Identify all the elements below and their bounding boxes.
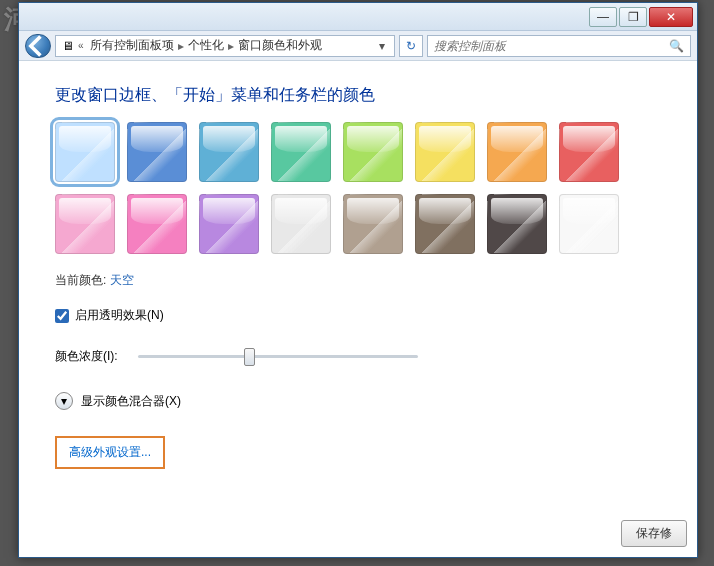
content-area: 更改窗口边框、「开始」菜单和任务栏的颜色 当前颜色: 天空 启用透明效果(N) … [19, 61, 697, 557]
advanced-link-highlight: 高级外观设置... [55, 436, 165, 469]
chevron-right-icon: ▸ [178, 39, 184, 53]
color-swatch[interactable] [343, 194, 403, 254]
intensity-label: 颜色浓度(I): [55, 348, 118, 365]
window-titlebar: — ❐ ✕ [19, 3, 697, 31]
refresh-button[interactable]: ↻ [399, 35, 423, 57]
breadcrumb-item-color[interactable]: 窗口颜色和外观 [238, 37, 322, 54]
color-swatch[interactable] [55, 122, 115, 182]
page-title: 更改窗口边框、「开始」菜单和任务栏的颜色 [55, 85, 661, 106]
search-input[interactable] [434, 39, 665, 53]
color-swatch-grid [55, 122, 675, 254]
breadcrumb-item-personalization[interactable]: 个性化 [188, 37, 224, 54]
breadcrumb-item-all[interactable]: 所有控制面板项 [90, 37, 174, 54]
mixer-label: 显示颜色混合器(X) [81, 393, 181, 410]
transparency-label: 启用透明效果(N) [75, 307, 164, 324]
color-swatch[interactable] [199, 122, 259, 182]
current-color-label: 当前颜色: [55, 273, 106, 287]
folder-icon: 🖥 [62, 39, 74, 53]
color-swatch[interactable] [55, 194, 115, 254]
footer-buttons: 保存修 [621, 520, 687, 547]
refresh-icon: ↻ [406, 39, 416, 53]
color-swatch[interactable] [487, 122, 547, 182]
transparency-row[interactable]: 启用透明效果(N) [55, 307, 661, 324]
slider-track [138, 355, 418, 358]
close-button[interactable]: ✕ [649, 7, 693, 27]
maximize-button[interactable]: ❐ [619, 7, 647, 27]
minimize-button[interactable]: — [589, 7, 617, 27]
advanced-appearance-link[interactable]: 高级外观设置... [69, 445, 151, 459]
search-field[interactable]: 🔍 [427, 35, 691, 57]
expand-button[interactable]: ▾ [55, 392, 73, 410]
search-icon[interactable]: 🔍 [669, 39, 684, 53]
color-swatch[interactable] [559, 194, 619, 254]
color-swatch[interactable] [487, 194, 547, 254]
current-color-row: 当前颜色: 天空 [55, 272, 661, 289]
intensity-row: 颜色浓度(I): [55, 346, 661, 366]
current-color-value: 天空 [110, 273, 134, 287]
color-swatch[interactable] [127, 194, 187, 254]
breadcrumb-prefix: « [78, 40, 84, 51]
control-panel-window: — ❐ ✕ 🖥 « 所有控制面板项 ▸ 个性化 ▸ 窗口颜色和外观 ▾ ↻ 🔍 … [18, 2, 698, 558]
dropdown-icon[interactable]: ▾ [376, 39, 388, 53]
transparency-checkbox[interactable] [55, 309, 69, 323]
slider-thumb[interactable] [244, 348, 255, 366]
color-swatch[interactable] [559, 122, 619, 182]
save-button[interactable]: 保存修 [621, 520, 687, 547]
color-swatch[interactable] [271, 194, 331, 254]
color-swatch[interactable] [343, 122, 403, 182]
breadcrumb-field[interactable]: 🖥 « 所有控制面板项 ▸ 个性化 ▸ 窗口颜色和外观 ▾ [55, 35, 395, 57]
color-swatch[interactable] [127, 122, 187, 182]
color-swatch[interactable] [271, 122, 331, 182]
mixer-row[interactable]: ▾ 显示颜色混合器(X) [55, 392, 661, 410]
chevron-right-icon: ▸ [228, 39, 234, 53]
chevron-down-icon: ▾ [61, 394, 67, 408]
nav-back-button[interactable] [25, 34, 51, 58]
color-swatch[interactable] [415, 194, 475, 254]
address-bar: 🖥 « 所有控制面板项 ▸ 个性化 ▸ 窗口颜色和外观 ▾ ↻ 🔍 [19, 31, 697, 61]
color-swatch[interactable] [199, 194, 259, 254]
color-swatch[interactable] [415, 122, 475, 182]
intensity-slider[interactable] [138, 346, 418, 366]
arrow-left-icon [26, 34, 50, 58]
